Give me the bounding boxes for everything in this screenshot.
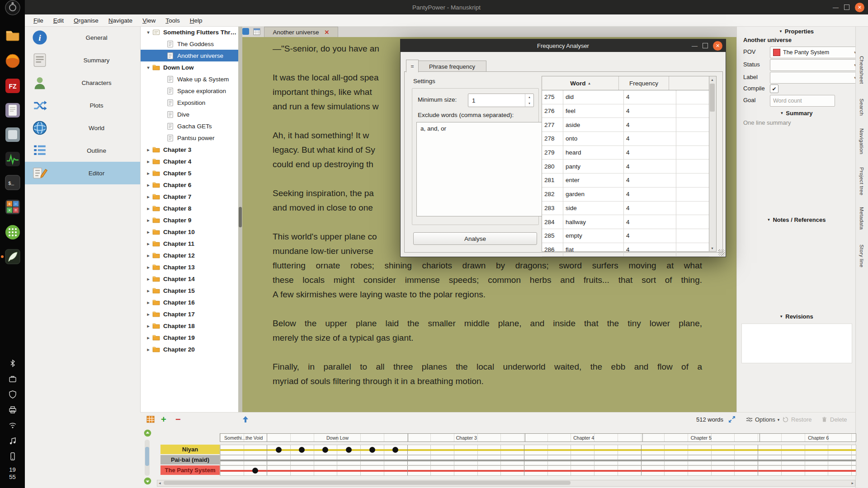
tree-item-dive[interactable]: Dive — [141, 108, 239, 120]
dialog-close-icon[interactable]: ✕ — [713, 41, 722, 51]
editor-scrollbar[interactable] — [238, 26, 242, 412]
sidebar-item-editor[interactable]: Editor — [25, 162, 140, 184]
minimum-size-spinner[interactable]: 1 ▴▾ — [468, 94, 534, 107]
analyse-button[interactable]: Analyse — [413, 232, 537, 245]
exclude-words-textarea[interactable]: a, and, or — [416, 122, 542, 216]
scene-dot[interactable] — [346, 447, 352, 453]
menu-organise[interactable]: Organise — [69, 17, 104, 24]
side-tab-metadata[interactable]: Metadata — [859, 207, 864, 230]
scrollbar-handle[interactable] — [710, 84, 715, 112]
manuskript-icon[interactable] — [5, 249, 21, 265]
distro-logo-icon[interactable] — [5, 0, 21, 16]
side-tab-story-line[interactable]: Story line — [859, 244, 864, 267]
revisions-section-header[interactable]: ▼Revisions — [737, 312, 856, 320]
side-tab-cheatsheet[interactable]: Cheatsheet — [859, 56, 864, 84]
frequency-row[interactable]: 278onto4 — [542, 132, 709, 146]
expander-icon[interactable]: ▸ — [144, 265, 152, 270]
tree-item-chapter-18[interactable]: ▸Chapter 18 — [141, 320, 239, 332]
scroll-right-icon[interactable]: ▸ — [851, 480, 854, 485]
tree-item-down-low[interactable]: ▾Down Low — [141, 61, 239, 73]
expander-icon[interactable]: ▸ — [144, 230, 152, 235]
tree-item-chapter-15[interactable]: ▸Chapter 15 — [141, 285, 239, 296]
expander-icon[interactable]: ▸ — [144, 335, 152, 340]
expander-icon[interactable]: ▸ — [144, 241, 152, 246]
view-grid-icon[interactable] — [253, 28, 260, 35]
expander-icon[interactable]: ▸ — [144, 253, 152, 258]
frequency-row[interactable]: 280panty4 — [542, 160, 709, 174]
table-scrollbar[interactable]: ▲ ▼ — [709, 76, 717, 252]
tree-item-pantsu-power[interactable]: Pantsu power — [141, 132, 239, 144]
expander-icon[interactable]: ▸ — [144, 347, 152, 352]
scroll-left-icon[interactable]: ◂ — [159, 480, 161, 485]
expander-icon[interactable]: ▸ — [144, 300, 152, 305]
restore-button[interactable]: Restore — [782, 413, 812, 427]
sidebar-item-summary[interactable]: Summary — [25, 49, 140, 71]
menu-edit[interactable]: Edit — [48, 17, 69, 24]
scrollbar-handle[interactable] — [164, 481, 571, 485]
expander-icon[interactable]: ▾ — [144, 30, 152, 35]
scene-dot[interactable] — [322, 447, 328, 453]
timeline-track-label-niyan[interactable]: Niyan — [160, 445, 220, 454]
tree-item-chapter-6[interactable]: ▸Chapter 6 — [141, 179, 239, 191]
expander-icon[interactable]: ▸ — [144, 206, 152, 211]
tree-item-chapter-12[interactable]: ▸Chapter 12 — [141, 249, 239, 261]
expander-icon[interactable]: ▸ — [144, 218, 152, 223]
scrollbar-handle[interactable] — [145, 447, 149, 466]
app-grid-icon[interactable] — [5, 224, 21, 240]
tree-item-something-flutters-thr[interactable]: ▾Something Flutters Thr… — [141, 26, 239, 38]
side-tab-navigation[interactable]: Navigation — [859, 128, 864, 154]
properties-section-header[interactable]: ▼Properties — [737, 27, 856, 35]
scrollbar-handle[interactable] — [239, 207, 242, 227]
scene-dot[interactable] — [299, 447, 305, 453]
timeline-track-label-the-panty-system[interactable]: The Panty System — [160, 465, 220, 475]
expander-icon[interactable]: ▸ — [144, 277, 152, 282]
expander-icon[interactable]: ▸ — [144, 147, 152, 152]
summary-section-header[interactable]: ▼Summary — [737, 109, 856, 117]
tree-item-another-universe[interactable]: Another universe — [141, 50, 239, 61]
tree-item-chapter-8[interactable]: ▸Chapter 8 — [141, 202, 239, 214]
revisions-list[interactable] — [741, 324, 852, 363]
expander-icon[interactable]: ▸ — [144, 159, 152, 164]
timeline-up-icon[interactable] — [144, 429, 151, 437]
minimize-icon[interactable]: — — [833, 5, 839, 10]
expander-icon[interactable]: ▾ — [144, 65, 152, 70]
scroll-top-icon[interactable] — [241, 415, 250, 423]
tree-item-chapter-19[interactable]: ▸Chapter 19 — [141, 332, 239, 343]
pov-select[interactable]: The Panty System ▾ — [770, 47, 859, 58]
dialog-maximize-icon[interactable] — [703, 43, 708, 48]
tree-item-chapter-17[interactable]: ▸Chapter 17 — [141, 308, 239, 320]
tree-item-chapter-11[interactable]: ▸Chapter 11 — [141, 238, 239, 249]
tree-item-the-goddess[interactable]: The Goddess — [141, 38, 239, 50]
tab-phrase-frequency[interactable]: Phrase frequency — [418, 61, 486, 73]
software-store-icon[interactable] — [5, 127, 21, 143]
tab-another-universe[interactable]: Another universe ✕ — [264, 27, 338, 38]
tree-item-chapter-4[interactable]: ▸Chapter 4 — [141, 155, 239, 167]
view-text-icon[interactable] — [242, 28, 249, 35]
expander-icon[interactable]: ▸ — [144, 288, 152, 293]
remove-icon[interactable]: − — [175, 413, 181, 427]
frequency-row[interactable]: 283side4 — [542, 202, 709, 216]
tree-item-chapter-3[interactable]: ▸Chapter 3 — [141, 144, 239, 155]
options-button[interactable]: Options▾ — [746, 413, 779, 427]
maximize-icon[interactable] — [844, 5, 849, 10]
add-icon[interactable]: + — [161, 413, 166, 427]
system-monitor-icon[interactable] — [5, 151, 21, 167]
tab-close-icon[interactable]: ✕ — [325, 29, 330, 36]
scene-dot[interactable] — [369, 447, 375, 453]
tree-item-chapter-13[interactable]: ▸Chapter 13 — [141, 261, 239, 273]
expander-icon[interactable]: ▸ — [144, 312, 152, 317]
side-tab-project-tree[interactable]: Project tree — [859, 167, 864, 195]
tree-item-chapter-5[interactable]: ▸Chapter 5 — [141, 167, 239, 179]
scroll-down-icon[interactable]: ▼ — [709, 245, 715, 251]
tab-word-frequency[interactable]: = — [406, 60, 419, 72]
frequency-row[interactable]: 276feel4 — [542, 104, 709, 118]
dialog-minimize-icon[interactable]: — — [692, 43, 698, 49]
spin-down-icon[interactable]: ▾ — [525, 100, 533, 107]
menu-tools[interactable]: Tools — [160, 17, 185, 24]
delete-button[interactable]: Delete — [821, 413, 847, 427]
terminal-icon[interactable]: $_ — [5, 174, 21, 191]
window-titlebar[interactable]: PantyPower - Manuskript — ✕ — [25, 0, 868, 14]
timeline-down-icon[interactable] — [144, 477, 151, 485]
status-select[interactable]: ▾ — [770, 59, 859, 71]
sidebar-item-characters[interactable]: Characters — [25, 71, 140, 94]
